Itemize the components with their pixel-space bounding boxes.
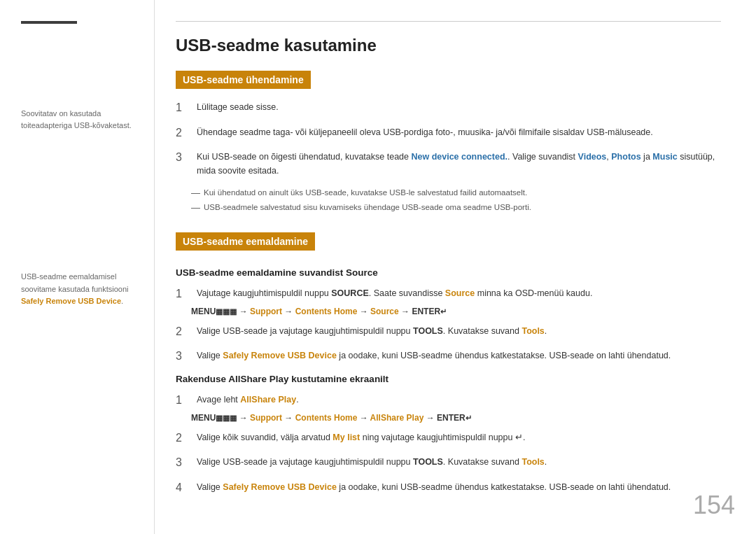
section1-notes: ― Kui ühendatud on ainult üks USB-seade,… <box>191 186 721 216</box>
sidebar-note-2: USB-seadme eemaldamisel soovitame kasuta… <box>21 271 140 308</box>
step-num: 3 <box>176 148 191 167</box>
sidebar-note2-text1: USB-seadme eemaldamisel soovitame kasuta… <box>21 272 128 293</box>
step-num: 2 <box>176 124 191 142</box>
step-text: Kui USB-seade on õigesti ühendatud, kuva… <box>197 150 721 178</box>
sidebar-note2-end: . <box>121 297 123 305</box>
step-3-2: 2 Valige kõik suvandid, välja arvatud My… <box>176 430 721 447</box>
step-text: Valige USB-seade ja vajutage kaugjuhtimi… <box>197 324 547 338</box>
menu-path-1: MENU▦▦▦ → Support → Contents Home → Sour… <box>191 307 721 316</box>
step-2-2: 2 Valige USB-seade ja vajutage kaugjuhti… <box>176 324 721 341</box>
step-num: 3 <box>176 347 191 365</box>
step-3-1: 1 Avage leht AllShare Play. <box>176 393 721 409</box>
subsection2-steps-2: 2 Valige kõik suvandid, välja arvatud My… <box>176 430 721 497</box>
step-1-1: 1 Lülitage seade sisse. <box>176 100 721 117</box>
subsection2-steps: 1 Avage leht AllShare Play. <box>176 393 721 409</box>
step-text: Valige Safely Remove USB Device ja oodak… <box>197 480 671 494</box>
step-1-3: 3 Kui USB-seade on õigesti ühendatud, ku… <box>176 150 721 178</box>
page-title: USB-seadme kasutamine <box>176 36 721 55</box>
step-num: 3 <box>176 454 191 472</box>
main-content: USB-seadme kasutamine USB-seadme ühendam… <box>154 0 756 534</box>
step-num: 2 <box>176 323 191 341</box>
section1-header: USB-seadme ühendamine <box>176 71 311 89</box>
subsection1-steps-2: 2 Valige USB-seade ja vajutage kaugjuhti… <box>176 324 721 365</box>
page-number: 154 <box>693 491 735 520</box>
subsection1-steps: 1 Vajutage kaugjuhtimispuldil nuppu SOUR… <box>176 286 721 303</box>
step-num: 4 <box>176 479 191 497</box>
menu-path-2: MENU▦▦▦ → Support → Contents Home → AllS… <box>191 413 721 423</box>
subsection1-title: USB-seadme eemaldamine suvandist Source <box>176 267 721 278</box>
note-dash: ― <box>191 186 200 201</box>
step-text: Valige kõik suvandid, välja arvatud My l… <box>197 430 525 444</box>
menu-text: MENU▦▦▦ → Support → Contents Home → Sour… <box>191 307 447 316</box>
step-num: 1 <box>176 391 191 409</box>
note-text: USB-seadmele salvestatud sisu kuvamiseks… <box>204 201 531 213</box>
menu-text-2: MENU▦▦▦ → Support → Contents Home → AllS… <box>191 413 472 423</box>
section1-steps: 1 Lülitage seade sisse. 2 Ühendage seadm… <box>176 100 721 178</box>
note-dash: ― <box>191 201 200 216</box>
step-num: 2 <box>176 429 191 447</box>
step-text: Lülitage seade sisse. <box>197 100 279 114</box>
step-text: Avage leht AllShare Play. <box>197 393 299 407</box>
step-1-2: 2 Ühendage seadme taga- või küljepaneeli… <box>176 125 721 142</box>
sidebar-bar <box>21 21 77 24</box>
note-line-1: ― Kui ühendatud on ainult üks USB-seade,… <box>191 186 721 201</box>
step-num: 1 <box>176 99 191 117</box>
sidebar-note2-link: Safely Remove USB Device <box>21 297 121 305</box>
step-2-3: 3 Valige Safely Remove USB Device ja ood… <box>176 349 721 365</box>
top-line <box>176 21 721 22</box>
note-text: Kui ühendatud on ainult üks USB-seade, k… <box>204 186 527 199</box>
sidebar: Soovitatav on kasutada toiteadapteriga U… <box>0 0 154 534</box>
section2: USB-seadme eemaldamine USB-seadme eemald… <box>176 225 721 497</box>
note-line-2: ― USB-seadmele salvestatud sisu kuvamise… <box>191 201 721 216</box>
step-text: Valige Safely Remove USB Device ja oodak… <box>197 349 671 363</box>
step-3-3: 3 Valige USB-seade ja vajutage kaugjuhti… <box>176 455 721 472</box>
step-3-4: 4 Valige Safely Remove USB Device ja ood… <box>176 480 721 497</box>
page-container: Soovitatav on kasutada toiteadapteriga U… <box>0 0 756 534</box>
step-text: Valige USB-seade ja vajutage kaugjuhtimi… <box>197 455 547 469</box>
section1: USB-seadme ühendamine 1 Lülitage seade s… <box>176 71 721 216</box>
step-text: Ühendage seadme taga- või küljepaneelil … <box>197 125 653 139</box>
step-num: 1 <box>176 285 191 303</box>
step-2-1: 1 Vajutage kaugjuhtimispuldil nuppu SOUR… <box>176 286 721 303</box>
subsection2-title: Rakenduse AllShare Play kustutamine ekra… <box>176 374 721 384</box>
section2-header: USB-seadme eemaldamine <box>176 232 315 251</box>
sidebar-note-1: Soovitatav on kasutada toiteadapteriga U… <box>21 108 140 131</box>
step-text: Vajutage kaugjuhtimispuldil nuppu SOURCE… <box>197 286 592 300</box>
